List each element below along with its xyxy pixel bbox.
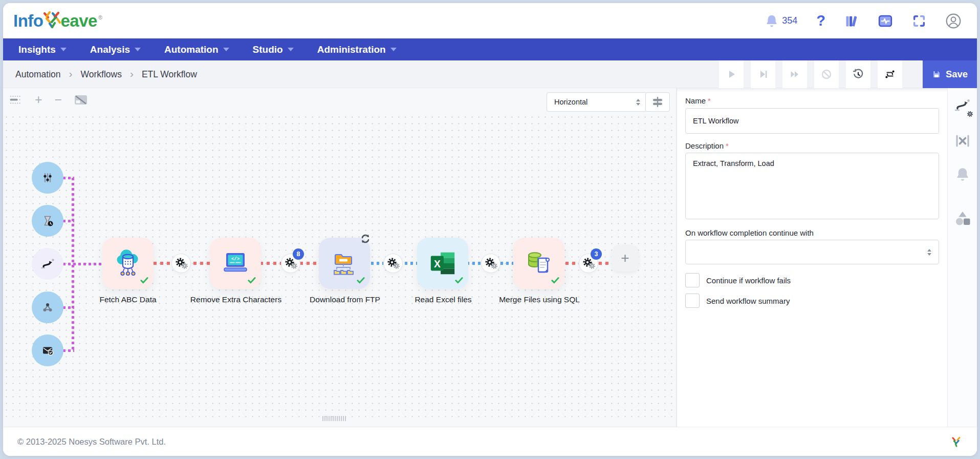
nav-item-studio[interactable]: Studio [253, 44, 294, 55]
continue-if-fails-checkbox[interactable] [685, 273, 700, 287]
compare-versions-button[interactable] [878, 60, 902, 88]
workflow-settings-tab[interactable] [954, 97, 971, 116]
logo-text-info: Info [13, 11, 43, 31]
connector-settings-button[interactable] [171, 254, 191, 273]
gear-icon [181, 262, 188, 269]
nav-item-insights[interactable]: Insights [18, 44, 67, 55]
breadcrumb-automation[interactable]: Automation [15, 69, 61, 80]
auto-layout-button[interactable] [645, 92, 670, 112]
required-marker: * [726, 141, 729, 150]
nav-item-analysis[interactable]: Analysis [90, 44, 141, 55]
name-input[interactable] [685, 108, 939, 134]
main-nav: Insights Analysis Automation Studio Admi… [3, 38, 977, 60]
trigger-node-email[interactable] [32, 335, 63, 366]
continue-with-select[interactable] [685, 240, 939, 264]
node-download-from-ftp[interactable] [319, 238, 370, 289]
step-run-button[interactable] [751, 60, 775, 88]
laptop-code-icon: </> [220, 248, 251, 279]
weave-logo-icon [41, 10, 62, 29]
library-button[interactable] [844, 14, 859, 28]
breadcrumb-separator: › [69, 68, 73, 79]
connector-settings-button[interactable] [481, 254, 500, 273]
workflow-canvas[interactable]: + − Horizontal [3, 88, 677, 427]
breadcrumb-separator: › [130, 68, 134, 79]
notifications-tab[interactable] [954, 166, 971, 185]
success-check-icon [247, 276, 256, 285]
continue-if-fails-row: Continue if workflow fails [685, 273, 791, 287]
help-button[interactable]: ? [816, 13, 825, 28]
select-chevrons-icon [927, 249, 931, 256]
required-marker: * [708, 96, 711, 105]
node-merge-files-using-sql[interactable] [513, 238, 564, 289]
node-label: Fetch ABC Data [99, 295, 156, 304]
history-button[interactable] [846, 60, 870, 88]
save-button[interactable]: Save [923, 60, 977, 88]
align-layout-icon [652, 96, 663, 108]
node-label: Remove Extra Characters [190, 295, 281, 304]
gear-icon [393, 262, 400, 269]
logo-text-eave: eave [60, 11, 97, 31]
app-footer: © 2013-2025 Noesys Software Pvt. Ltd. [3, 427, 977, 456]
svg-text:X: X [434, 259, 441, 269]
send-summary-label: Send workflow summary [706, 297, 790, 305]
sliders-icon [40, 170, 55, 185]
trigger-node-workflow[interactable] [32, 248, 63, 280]
run-workflow-button[interactable] [719, 60, 744, 88]
node-fetch-abc-data[interactable] [102, 238, 154, 289]
send-summary-checkbox[interactable] [685, 294, 700, 308]
trigger-node-schedule[interactable] [32, 205, 63, 237]
gear-icon [291, 262, 298, 269]
nav-item-automation[interactable]: Automation [164, 44, 229, 55]
minimap-toggle-icon[interactable] [74, 95, 88, 105]
connector-settings-button[interactable] [383, 254, 403, 273]
trigger-node-share[interactable] [32, 291, 63, 323]
step-forward-icon [757, 68, 769, 80]
add-node-button[interactable]: + [612, 245, 639, 272]
elements-tab[interactable] [954, 210, 971, 228]
excel-icon: X [428, 248, 458, 278]
variables-tab[interactable] [954, 133, 971, 151]
chevron-down-icon [135, 48, 141, 51]
bell-icon [764, 13, 779, 29]
play-icon [725, 68, 737, 80]
hourglass-clock-icon [40, 213, 55, 228]
layout-direction-select[interactable]: Horizontal [547, 92, 647, 112]
cancel-run-button[interactable] [814, 60, 839, 88]
folder-tree-icon [329, 248, 360, 279]
fast-forward-button[interactable] [782, 60, 807, 88]
fast-forward-icon [789, 68, 801, 80]
breadcrumb: Automation › Workflows › ETL Workflow [15, 60, 197, 88]
canvas-resize-handle[interactable] [322, 416, 346, 421]
node-remove-extra-characters[interactable]: </> [210, 238, 261, 289]
trigger-node-sliders[interactable] [32, 162, 63, 194]
node-read-excel-files[interactable]: X [417, 238, 468, 289]
description-textarea[interactable]: Extract, Transform, Load [685, 153, 939, 219]
fit-view-icon[interactable] [9, 95, 23, 105]
workflow-properties-panel: Name* Description* Extract, Transform, L… [677, 88, 947, 427]
notifications-button[interactable]: 354 [764, 13, 797, 29]
connector-settings-button[interactable]: 8 [281, 254, 300, 273]
continue-if-fails-label: Continue if workflow fails [706, 276, 791, 285]
zoom-out-button[interactable]: − [55, 93, 62, 106]
breadcrumb-toolbar-row: Automation › Workflows › ETL Workflow [3, 60, 977, 88]
user-menu-button[interactable] [945, 13, 962, 29]
bell-icon [954, 166, 971, 183]
monitor-button[interactable] [878, 13, 893, 29]
connector-badge: 3 [591, 248, 602, 260]
nav-item-administration[interactable]: Administration [317, 44, 397, 55]
infoveave-logo: Info eave ® [13, 10, 102, 32]
connector-settings-button[interactable]: 3 [579, 254, 598, 273]
fullscreen-button[interactable] [912, 14, 926, 28]
workflow-path-icon [39, 256, 56, 272]
zoom-in-button[interactable]: + [35, 93, 42, 106]
trigger-connector-stub [63, 306, 74, 309]
envelope-check-icon [40, 343, 55, 358]
activity-monitor-icon [878, 13, 893, 29]
success-check-icon [140, 276, 149, 285]
breadcrumb-workflows[interactable]: Workflows [81, 69, 122, 80]
name-label: Name* [685, 96, 711, 105]
description-label: Description* [685, 141, 729, 150]
weave-logo-icon [950, 436, 963, 447]
select-chevrons-icon [636, 99, 640, 106]
save-button-label: Save [946, 69, 968, 80]
